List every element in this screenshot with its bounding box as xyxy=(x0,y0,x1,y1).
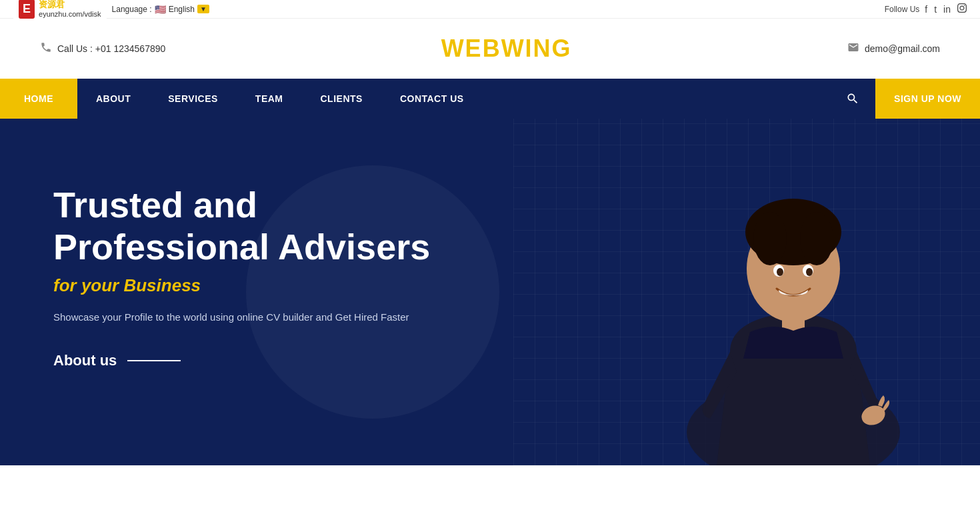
hero-title-line1: Trusted and xyxy=(53,185,520,225)
watermark-logo-letter: E xyxy=(19,0,35,19)
nav-item-services[interactable]: SERVICES xyxy=(149,79,237,119)
svg-point-7 xyxy=(777,268,783,276)
nav-right-area: SIGN UP NOW xyxy=(830,79,980,119)
email-address: demo@gmail.com xyxy=(865,43,940,54)
watermark-logo-box: E 资源君 eyunzhu.com/vdisk xyxy=(13,0,107,20)
nav-item-contact[interactable]: CONTACT US xyxy=(381,79,483,119)
phone-icon xyxy=(40,41,52,56)
language-name: English xyxy=(169,5,195,14)
nav-item-clients[interactable]: CLIENTS xyxy=(302,79,381,119)
email-icon xyxy=(847,41,859,56)
signup-button[interactable]: SIGN UP NOW xyxy=(875,79,980,119)
person-svg xyxy=(670,152,917,465)
hero-title-line2: Professional Advisers xyxy=(53,227,520,267)
watermark-url: eyunzhu.com/vdisk xyxy=(39,10,101,19)
nav-item-about[interactable]: ABOUT xyxy=(77,79,149,119)
svg-point-4 xyxy=(800,212,833,265)
site-header: Call Us : +01 1234567890 WEBWING demo@gm… xyxy=(0,19,980,79)
nav-item-home[interactable]: HOME xyxy=(0,79,77,119)
facebook-icon[interactable]: f xyxy=(925,4,927,15)
top-bar: E 资源君 eyunzhu.com/vdisk Language : 🇺🇸 En… xyxy=(0,0,980,19)
search-button[interactable] xyxy=(830,79,875,119)
watermark-brand: 资源君 eyunzhu.com/vdisk xyxy=(39,0,101,19)
linkedin-icon[interactable]: in xyxy=(943,4,951,15)
instagram-icon[interactable] xyxy=(957,3,967,15)
watermark-brand-name: 资源君 xyxy=(39,0,101,10)
language-dropdown-arrow[interactable]: ▼ xyxy=(197,5,209,13)
hero-description: Showcase your Profile to the world using… xyxy=(53,309,520,325)
language-selector[interactable]: Language : 🇺🇸 English ▼ xyxy=(112,4,209,15)
hero-person-image xyxy=(660,145,927,465)
hero-section: Trusted and Professional Advisers for yo… xyxy=(0,119,980,465)
follow-label: Follow Us xyxy=(885,5,920,14)
about-us-divider xyxy=(127,360,181,361)
social-icons-group: f t in xyxy=(925,3,967,15)
twitter-icon[interactable]: t xyxy=(934,4,937,15)
phone-number: Call Us : +01 1234567890 xyxy=(57,43,165,54)
email-contact: demo@gmail.com xyxy=(847,41,940,56)
svg-point-8 xyxy=(806,268,813,276)
site-logo: WEBWING xyxy=(441,35,572,63)
nav-items-group: HOME ABOUT SERVICES TEAM CLIENTS CONTACT… xyxy=(0,79,483,119)
nav-item-team[interactable]: TEAM xyxy=(237,79,302,119)
topbar-right: Follow Us f t in xyxy=(885,3,967,15)
language-label: Language : xyxy=(112,5,152,14)
hero-about-section: About us xyxy=(53,352,520,369)
main-navbar: HOME ABOUT SERVICES TEAM CLIENTS CONTACT… xyxy=(0,79,980,119)
about-us-label: About us xyxy=(53,352,117,369)
phone-contact: Call Us : +01 1234567890 xyxy=(40,41,165,56)
hero-tagline: for your Business xyxy=(53,275,520,296)
watermark-area: E 资源君 eyunzhu.com/vdisk Language : 🇺🇸 En… xyxy=(13,0,209,20)
flag-icon: 🇺🇸 xyxy=(155,4,166,15)
svg-point-3 xyxy=(753,212,787,265)
hero-content: Trusted and Professional Advisers for yo… xyxy=(53,172,520,369)
